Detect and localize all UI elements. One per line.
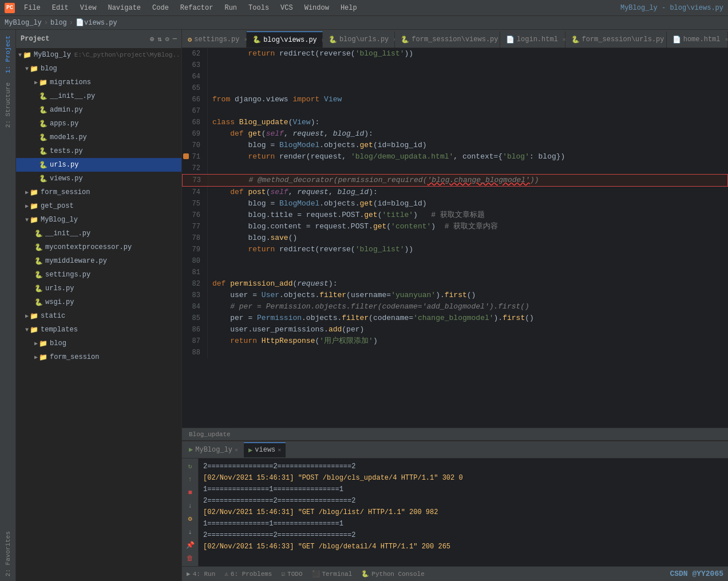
menu-vcs[interactable]: VCS [276, 3, 298, 13]
tab-form-session-views[interactable]: 🐍 form_session\views.py ✕ [395, 31, 500, 48]
run-btn-clear[interactable]: 🗑 [184, 553, 196, 564]
code-line-84: 84 # per = Permission.objects.filter(cod… [182, 301, 728, 313]
editor-area: 62 return redirect(reverse('blog_list'))… [182, 48, 728, 428]
run-btn-pin[interactable]: 📌 [184, 540, 196, 551]
code-line-69: 69 def get(self, request, blog_id): [182, 128, 728, 140]
app-title: MyBlog_ly - blog\views.py [620, 4, 723, 12]
tree-get-post[interactable]: ▶ 📁 get_post [16, 199, 181, 213]
tree-mymiddleware[interactable]: 🐍 mymiddleware.py [16, 254, 181, 268]
run-line-2: [02/Nov/2021 15:46:31] "POST /blog/cls_u… [203, 472, 723, 484]
code-editor[interactable]: 62 return redirect(reverse('blog_list'))… [182, 48, 728, 428]
run-tab-views[interactable]: ▶ views ✕ [244, 442, 286, 457]
sidebar-header-actions: ⊕ ⇅ ⚙ — [150, 35, 177, 44]
code-line-62: 62 return redirect(reverse('blog_list')) [182, 48, 728, 60]
code-line-66: 66 from django.views import View [182, 94, 728, 105]
struct-tab-favorites[interactable]: 2: Favorites [3, 527, 13, 581]
struct-tab-project[interactable]: 1: Project [3, 31, 13, 78]
current-method: Blog_update [189, 431, 231, 438]
menu-tools[interactable]: Tools [244, 3, 274, 13]
tab-blog-urls[interactable]: 🐍 blog\urls.py ✕ [323, 31, 395, 48]
status-terminal[interactable]: ⬛ Terminal [312, 570, 353, 578]
code-line-65: 65 [182, 82, 728, 94]
tab-login-html[interactable]: 📄 login.html ✕ [500, 31, 565, 48]
code-line-86: 86 user.user_permissions.add(per) [182, 324, 728, 335]
tab-close-home-html[interactable]: ✕ [725, 36, 728, 43]
run-btn-settings[interactable]: ⚙ [184, 513, 196, 524]
sidebar-action-1[interactable]: ⊕ [150, 35, 154, 44]
run-content[interactable]: 2================2==================2 [0… [199, 459, 728, 566]
run-tab-bar: ▶ MyBlog_ly ✕ ▶ views ✕ [182, 441, 728, 459]
breadcrumb-filename[interactable]: views.py [84, 19, 117, 27]
run-btn-scroll-end[interactable]: ⇣ [184, 527, 196, 537]
menu-edit[interactable]: Edit [48, 3, 73, 13]
run-line-4: 2================2==================2 [203, 495, 723, 507]
tree-wsgi[interactable]: 🐍 wsgi.py [16, 295, 181, 309]
tree-root[interactable]: ▼ 📁 MyBlog_ly E:\C_python\project\MyBlog… [16, 48, 181, 62]
tree-mycontextprocessor[interactable]: 🐍 mycontextprocessor.py [16, 240, 181, 254]
menu-navigate[interactable]: Navigate [103, 3, 145, 13]
run-line-7: 2================2==================2 [203, 529, 723, 541]
struct-tab-structure[interactable]: 2: Structure [3, 78, 13, 132]
code-line-74: 74 def post(self, request, blog_id): [182, 187, 728, 198]
status-todo[interactable]: ☑ TODO [281, 570, 302, 578]
menu-view[interactable]: View [76, 3, 101, 13]
menu-refactor[interactable]: Refactor [176, 3, 218, 13]
tree-init-py[interactable]: 🐍 __init__.py [16, 89, 181, 103]
tree-admin-py[interactable]: 🐍 admin.py [16, 103, 181, 117]
tree-form-session[interactable]: ▶ 📁 form_session [16, 185, 181, 199]
tree-templates[interactable]: ▼ 📁 templates [16, 323, 181, 337]
run-btn-down[interactable]: ↓ [184, 500, 196, 511]
tree-myblog-urls[interactable]: 🐍 urls.py [16, 282, 181, 295]
menu-code[interactable]: Code [148, 3, 173, 13]
breadcrumb-file[interactable]: 📄 [76, 18, 84, 27]
tree-templates-blog[interactable]: ▶ 📁 blog [16, 337, 181, 350]
run-line-1: 2================2==================2 [203, 461, 723, 472]
tab-settings[interactable]: ⚙ settings.py ✕ [182, 31, 247, 48]
tab-form-session-urls[interactable]: 🐍 form_session\urls.py ✕ [565, 31, 667, 48]
breadcrumb-root[interactable]: MyBlog_ly [5, 19, 42, 27]
run-tab-myblog[interactable]: ▶ MyBlog_ly ✕ [184, 442, 243, 457]
code-line-67: 67 [182, 105, 728, 117]
sidebar-header: Project ⊕ ⇅ ⚙ — [16, 30, 181, 48]
menu-run[interactable]: Run [220, 3, 242, 13]
status-run[interactable]: ▶ 4: Run [187, 570, 215, 578]
run-btn-up[interactable]: ↑ [184, 474, 196, 485]
code-line-85: 85 per = Permission.objects.filter(coden… [182, 313, 728, 324]
sidebar-action-2[interactable]: ⇅ [157, 35, 161, 44]
code-line-71: 71 return render(request, 'blog/demo_upd… [182, 151, 728, 163]
tree-templates-form-session[interactable]: ▶ 📁 form_session [16, 350, 181, 364]
tab-blog-views[interactable]: 🐍 blog\views.py ✕ [247, 31, 323, 48]
tree-urls-py[interactable]: 🐍 urls.py [16, 158, 181, 172]
code-line-88: 88 [182, 347, 728, 358]
tree-views-py[interactable]: 🐍 views.py [16, 172, 181, 185]
menu-file[interactable]: File [19, 3, 45, 13]
sidebar-action-close[interactable]: — [173, 35, 177, 44]
tree-tests-py[interactable]: 🐍 tests.py [16, 144, 181, 158]
run-btn-stop[interactable]: ■ [184, 487, 196, 498]
code-line-87: 87 return HttpResponse('用户权限添加') [182, 335, 728, 347]
tree-blog-folder[interactable]: ▼ 📁 blog [16, 62, 181, 76]
code-line-75: 75 blog = BlogModel.objects.get(id=blog_… [182, 198, 728, 210]
menu-window[interactable]: Window [300, 3, 334, 13]
run-line-6: 1===============1================1 [203, 518, 723, 529]
tab-home-html[interactable]: 📄 home.html ✕ [667, 31, 728, 48]
sidebar: Project ⊕ ⇅ ⚙ — ▼ 📁 MyBlog_ly E:\C_pytho… [16, 30, 182, 581]
tree-migrations[interactable]: ▶ 📁 migrations [16, 76, 181, 89]
status-problems[interactable]: ⚠ 6: Problems [224, 570, 272, 578]
run-panel: ▶ MyBlog_ly ✕ ▶ views ✕ ↻ ↑ ■ [182, 440, 728, 566]
status-python-console[interactable]: 🐍 Python Console [361, 570, 424, 578]
run-btn-restart[interactable]: ↻ [184, 461, 196, 472]
breadcrumb-folder[interactable]: blog [50, 19, 67, 27]
code-line-76: 76 blog.title = request.POST.get('title'… [182, 210, 728, 221]
tree-myblog-init[interactable]: 🐍 __init__.py [16, 227, 181, 240]
sidebar-content: ▼ 📁 MyBlog_ly E:\C_python\project\MyBlog… [16, 48, 181, 581]
tree-apps-py[interactable]: 🐍 apps.py [16, 117, 181, 131]
code-line-81: 81 [182, 267, 728, 278]
code-line-63: 63 [182, 60, 728, 71]
tree-myblog-folder[interactable]: ▼ 📁 MyBlog_ly [16, 213, 181, 227]
sidebar-action-gear[interactable]: ⚙ [165, 35, 169, 44]
tree-settings[interactable]: 🐍 settings.py [16, 268, 181, 282]
tree-static[interactable]: ▶ 📁 static [16, 309, 181, 323]
menu-help[interactable]: Help [336, 3, 362, 13]
tree-models-py[interactable]: 🐍 models.py [16, 131, 181, 144]
